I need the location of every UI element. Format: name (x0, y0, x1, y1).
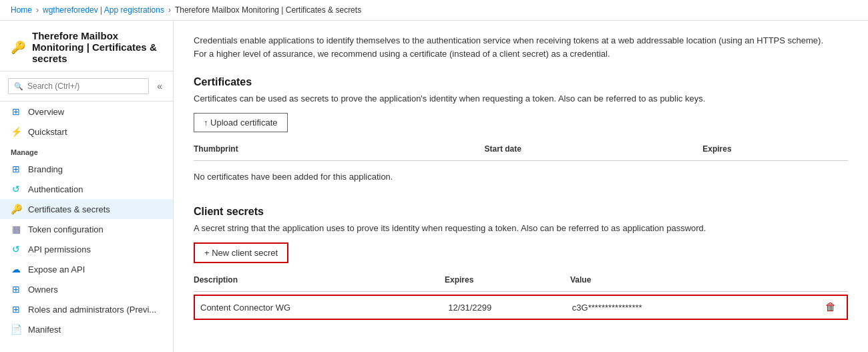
secret-expires: 12/31/2299 (445, 303, 570, 313)
sidebar-item-label-overview: Overview (28, 107, 64, 117)
certificates-description: Certificates can be used as secrets to p… (194, 94, 848, 104)
breadcrumb-app-registrations[interactable]: wgthereforedev | App registrations (43, 5, 164, 15)
sidebar-item-certs[interactable]: 🔑 Certificates & secrets (0, 199, 173, 219)
col-actions (821, 273, 848, 287)
sidebar-item-manifest[interactable]: 📄 Manifest (0, 319, 173, 339)
new-client-secret-button[interactable]: + New client secret (194, 242, 288, 263)
lightning-icon: ⚡ (11, 126, 21, 137)
delete-secret-button[interactable]: 🗑 (817, 301, 844, 313)
secrets-table: Description Expires Value Content Connec… (194, 273, 848, 320)
sidebar-item-authentication[interactable]: ↺ Authentication (0, 179, 173, 199)
cloud-icon: ☁ (11, 264, 21, 275)
main-description: Credentials enable applications to ident… (194, 34, 828, 60)
sidebar-item-expose[interactable]: ☁ Expose an API (0, 259, 173, 279)
sidebar-item-label-auth: Authentication (28, 184, 83, 194)
secret-value: c3G**************** (570, 303, 817, 313)
certificates-title: Certificates (194, 76, 848, 88)
sidebar-item-branding[interactable]: ⊞ Branding (0, 159, 173, 179)
search-icon: 🔍 (14, 82, 23, 91)
sidebar-item-label-token: Token configuration (28, 224, 103, 234)
client-secrets-description: A secret string that the application use… (194, 223, 848, 233)
sidebar-item-label-roles: Roles and administrators (Previ... (28, 305, 156, 315)
sidebar: 🔑 Therefore Mailbox Monitoring | Certifi… (0, 21, 174, 352)
breadcrumb: Home › wgthereforedev | App registration… (0, 0, 868, 21)
collapse-button[interactable]: « (154, 79, 165, 93)
col-thumbprint: Thumbprint (194, 142, 485, 156)
sidebar-item-label-quickstart: Quickstart (28, 127, 67, 137)
secrets-table-header: Description Expires Value (194, 273, 848, 292)
no-certificates-text: No certificates have been added for this… (194, 164, 848, 190)
sidebar-item-token[interactable]: ▦ Token configuration (0, 219, 173, 239)
col-description: Description (194, 273, 445, 287)
nav-top-items: ⊞ Overview ⚡ Quickstart (0, 102, 173, 142)
owners-icon: ⊞ (11, 284, 21, 295)
secret-description: Content Connector WG (198, 303, 445, 313)
sidebar-item-roles[interactable]: ⊞ Roles and administrators (Previ... (0, 299, 173, 319)
sidebar-item-overview[interactable]: ⊞ Overview (0, 102, 173, 122)
sidebar-item-label-expose: Expose an API (28, 265, 85, 275)
sidebar-page-title-area: 🔑 Therefore Mailbox Monitoring | Certifi… (0, 21, 173, 71)
search-bar: 🔍 « (0, 71, 173, 102)
col-expires: Expires (702, 142, 848, 156)
breadcrumb-home[interactable]: Home (11, 5, 32, 15)
col-value: Value (570, 273, 821, 287)
sidebar-item-label-certs: Certificates & secrets (28, 204, 110, 214)
search-input[interactable] (27, 81, 143, 91)
auth-icon: ↺ (11, 184, 21, 194)
branding-icon: ⊞ (11, 164, 21, 174)
client-secrets-title: Client secrets (194, 206, 848, 218)
sidebar-item-quickstart[interactable]: ⚡ Quickstart (0, 122, 173, 142)
certs-table-header: Thumbprint Start date Expires (194, 142, 848, 161)
table-row: Content Connector WG 12/31/2299 c3G*****… (194, 295, 848, 320)
page-title: Therefore Mailbox Monitoring | Certifica… (32, 30, 162, 64)
sidebar-item-label-owners: Owners (28, 285, 58, 295)
breadcrumb-current: Therefore Mailbox Monitoring | Certifica… (175, 5, 361, 15)
sidebar-item-label-manifest: Manifest (28, 325, 61, 335)
certificates-table: Thumbprint Start date Expires No certifi… (194, 142, 848, 190)
api-icon: ↺ (11, 244, 21, 254)
manage-section-label: Manage (0, 142, 173, 159)
sidebar-item-api[interactable]: ↺ API permissions (0, 239, 173, 259)
main-content: Credentials enable applications to ident… (174, 21, 868, 352)
client-secrets-section: Client secrets A secret string that the … (194, 206, 848, 320)
certificates-section: Certificates Certificates can be used as… (194, 76, 848, 190)
col-expires-secrets: Expires (445, 273, 570, 287)
col-start-date: Start date (485, 142, 703, 156)
sidebar-item-label: Branding (28, 164, 63, 174)
key-icon: 🔑 (11, 40, 25, 55)
sidebar-item-label-api: API permissions (28, 244, 91, 254)
certs-icon: 🔑 (11, 204, 21, 214)
sidebar-item-owners[interactable]: ⊞ Owners (0, 279, 173, 299)
manifest-icon: 📄 (11, 324, 21, 335)
grid-icon: ⊞ (11, 106, 21, 117)
token-icon: ▦ (11, 224, 21, 234)
upload-certificate-button[interactable]: ↑ Upload certificate (194, 113, 288, 132)
search-wrapper: 🔍 (8, 78, 149, 94)
nav-manage-items: ⊞ Branding ↺ Authentication 🔑 Certificat… (0, 159, 173, 339)
roles-icon: ⊞ (11, 304, 21, 315)
